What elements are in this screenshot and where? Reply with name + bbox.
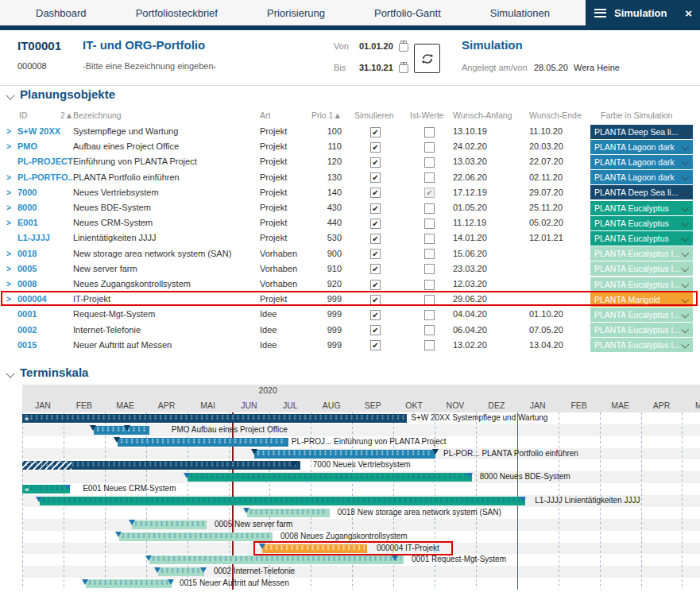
calendar-icon[interactable] — [399, 64, 408, 73]
farbe-dropdown[interactable]: PLANTA Eucalyptus l... — [590, 323, 693, 337]
nav-tab-priorisierung[interactable]: Priorisierung — [267, 7, 325, 19]
col-header-id[interactable]: ID — [19, 110, 28, 120]
expand-arrow-icon[interactable]: > — [6, 261, 11, 277]
col-header-simulieren[interactable]: Simulieren — [354, 110, 394, 120]
von-date-field[interactable]: 01.01.20 — [359, 41, 393, 51]
cell-id-link[interactable]: 0008 — [17, 277, 37, 292]
farbe-dropdown[interactable]: PLANTA Lagoon dark — [590, 140, 693, 154]
col-header-wunsch-ende[interactable]: Wunsch-Ende — [529, 110, 582, 120]
ist-werte-checkbox[interactable] — [424, 325, 435, 335]
farbe-dropdown[interactable]: PLANTA Eucalyptus l... — [590, 338, 693, 352]
bis-date-field[interactable]: 31.10.21 — [359, 63, 393, 72]
farbe-dropdown[interactable]: PLANTA Eucalyptus l... — [590, 277, 693, 292]
col-header-prio[interactable]: Prio 1▲ — [311, 110, 342, 120]
cell-id-link[interactable]: 8000 — [17, 200, 37, 215]
cell-id-link[interactable]: 0018 — [17, 246, 37, 261]
farbe-dropdown[interactable]: PLANTA Deep Sea li... — [590, 125, 693, 139]
simulieren-checkbox[interactable]: ✔ — [370, 264, 381, 274]
ist-werte-checkbox[interactable] — [424, 203, 435, 214]
nav-tab-simulationen[interactable]: Simulationen — [490, 7, 550, 19]
hamburger-icon[interactable] — [594, 6, 606, 19]
ist-werte-checkbox[interactable] — [424, 234, 435, 244]
simulieren-checkbox[interactable]: ✔ — [370, 157, 381, 168]
collapse-chevron-icon[interactable] — [6, 91, 14, 99]
ist-werte-checkbox[interactable] — [424, 127, 435, 137]
expand-arrow-icon[interactable]: > — [6, 139, 11, 154]
col-header-bezeichnung[interactable]: Bezeichnung — [73, 110, 122, 120]
simulieren-checkbox[interactable]: ✔ — [370, 188, 381, 198]
gantt-bar[interactable] — [86, 579, 172, 588]
expand-arrow-icon[interactable]: > — [6, 215, 11, 230]
expand-arrow-icon[interactable]: > — [6, 170, 11, 185]
farbe-dropdown[interactable]: PLANTA Eucalyptus — [590, 231, 693, 246]
farbe-dropdown[interactable]: PLANTA Deep Sea li... — [590, 185, 693, 199]
gantt-bar[interactable] — [149, 555, 404, 564]
cell-id-link[interactable]: PMO — [17, 139, 37, 154]
expand-arrow-icon[interactable]: > — [6, 185, 11, 200]
simulieren-checkbox[interactable]: ✔ — [370, 219, 381, 229]
gantt-bar[interactable] — [254, 450, 435, 459]
ist-werte-checkbox[interactable] — [424, 264, 435, 274]
simulieren-checkbox[interactable]: ✔ — [370, 203, 381, 214]
cell-id-link[interactable]: PL-PORTFO... — [17, 170, 75, 185]
calendar-icon[interactable] — [399, 43, 408, 52]
col-header-farbe[interactable]: Farbe in Simulation — [601, 110, 672, 120]
expand-arrow-icon[interactable]: > — [6, 124, 11, 139]
gantt-bar[interactable] — [247, 509, 330, 517]
cell-id-link[interactable]: 7000 — [17, 185, 37, 200]
ist-werte-checkbox[interactable] — [424, 172, 435, 183]
tab-simulation-active[interactable]: Simulation × — [586, 0, 700, 25]
gantt-bar[interactable] — [22, 461, 300, 470]
farbe-dropdown[interactable]: PLANTA Lagoon dark — [590, 155, 693, 169]
gantt-bar[interactable]: « — [22, 414, 407, 423]
simulieren-checkbox[interactable]: ✔ — [370, 142, 381, 153]
collapse-chevron-icon[interactable] — [6, 369, 14, 377]
ist-werte-checkbox[interactable] — [424, 142, 435, 153]
ist-werte-checkbox[interactable] — [424, 280, 435, 290]
ist-werte-checkbox[interactable] — [424, 340, 435, 350]
farbe-dropdown[interactable]: PLANTA Eucalyptus l... — [590, 261, 693, 276]
nav-tab-portfoliosteckbrief[interactable]: Portfoliosteckbrief — [136, 7, 218, 19]
farbe-dropdown[interactable]: PLANTA Eucalyptus — [590, 216, 693, 230]
cell-id-link[interactable]: 0005 — [17, 261, 37, 277]
farbe-dropdown[interactable]: PLANTA Eucalyptus l... — [590, 308, 693, 322]
col-header-art[interactable]: Art — [260, 110, 270, 120]
farbe-dropdown[interactable]: PLANTA Lagoon dark — [590, 170, 693, 184]
col-header-wunsch-anfang[interactable]: Wunsch-Anfang — [453, 110, 512, 120]
cell-id-link[interactable]: PL-PROJECT — [17, 154, 73, 169]
gantt-bar[interactable]: « — [22, 485, 70, 493]
close-icon[interactable]: × — [685, 7, 692, 19]
gantt-bar[interactable] — [40, 497, 525, 505]
ist-werte-checkbox[interactable] — [424, 249, 435, 259]
cell-id-link[interactable]: S+W 20XX — [17, 124, 60, 139]
gantt-bar[interactable] — [188, 473, 472, 482]
cell-id-link[interactable]: 0002 — [17, 323, 37, 338]
farbe-dropdown[interactable]: PLANTA Eucalyptus l... — [590, 246, 693, 261]
expand-arrow-icon[interactable]: > — [6, 277, 11, 292]
simulieren-checkbox[interactable]: ✔ — [370, 127, 381, 137]
farbe-dropdown[interactable]: PLANTA Eucalyptus — [590, 201, 693, 215]
expand-arrow-icon[interactable]: > — [6, 200, 11, 215]
ist-werte-checkbox[interactable] — [424, 157, 435, 168]
portfolio-name-input[interactable]: -Bitte eine Bezeichnung eingeben- — [83, 61, 216, 71]
cell-id-link[interactable]: 0015 — [17, 338, 37, 353]
cell-id-link[interactable]: E001 — [17, 215, 38, 230]
ist-werte-checkbox[interactable] — [424, 219, 435, 229]
simulieren-checkbox[interactable]: ✔ — [370, 280, 381, 290]
simulieren-checkbox[interactable]: ✔ — [370, 340, 381, 350]
cell-id-link[interactable]: 0001 — [17, 307, 37, 322]
gantt-bar[interactable] — [94, 426, 149, 435]
ist-werte-checkbox[interactable] — [424, 310, 435, 320]
gantt-bar[interactable] — [132, 521, 207, 529]
gantt-bar[interactable] — [119, 532, 273, 541]
nav-tab-dashboard[interactable]: Dashboard — [36, 7, 87, 19]
cell-id-link[interactable]: L1-JJJJ — [17, 230, 50, 246]
col-header-ist-werte[interactable]: Ist-Werte — [410, 110, 443, 120]
refresh-button[interactable] — [414, 44, 440, 73]
simulieren-checkbox[interactable]: ✔ — [370, 234, 381, 244]
gantt-bar[interactable] — [158, 567, 204, 576]
simulieren-checkbox[interactable]: ✔ — [370, 249, 381, 259]
simulieren-checkbox[interactable]: ✔ — [370, 325, 381, 335]
ist-werte-checkbox[interactable]: ✔ — [424, 188, 435, 198]
expand-arrow-icon[interactable]: > — [6, 246, 11, 261]
